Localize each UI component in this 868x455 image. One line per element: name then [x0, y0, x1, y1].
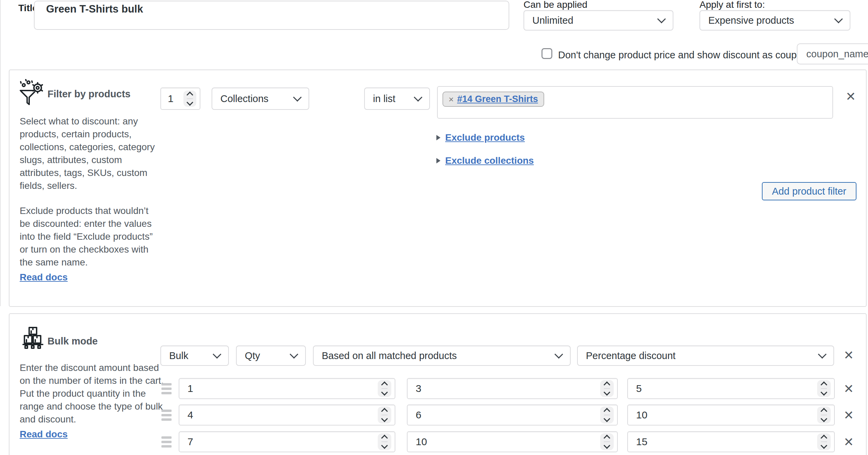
stepper-down-icon	[604, 389, 610, 396]
number-stepper[interactable]	[600, 433, 614, 450]
range-to-value: 10	[416, 436, 600, 448]
filter-section-heading: Filter by products	[47, 88, 131, 100]
apply-at-first-value: Expensive products	[708, 15, 835, 26]
filter-description-1: Select what to discount: any products, c…	[20, 115, 156, 192]
range-from-input[interactable]: 7	[179, 431, 395, 452]
filter-qty-input[interactable]: 1	[160, 87, 200, 110]
bulk-mode-panel: Bulk mode Enter the discount amount base…	[9, 313, 867, 455]
range-discount-value: 15	[636, 436, 817, 448]
stepper-down-icon	[604, 442, 610, 449]
coupon-name-value: coupon_name	[806, 48, 868, 60]
stepper-up-icon	[604, 435, 610, 441]
stepper-down-icon	[821, 442, 827, 449]
number-stepper[interactable]	[378, 380, 391, 397]
stepper-up-icon	[186, 92, 193, 98]
filter-type-value: Collections	[220, 93, 294, 104]
filter-section-description: Select what to discount: any products, c…	[20, 115, 156, 284]
bulk-section-description: Enter the discount amount based on the n…	[20, 361, 172, 441]
collection-chip[interactable]: × #14 Green T-Shirts	[442, 92, 544, 107]
stepper-down-icon	[381, 415, 388, 422]
range-to-input[interactable]: 10	[407, 431, 618, 452]
chevron-down-icon	[290, 350, 298, 358]
collapsed-triangle-icon	[436, 135, 440, 140]
coupon-checkbox[interactable]	[541, 48, 552, 59]
remove-range-row-button[interactable]: ✕	[844, 436, 854, 448]
filter-type-select[interactable]: Collections	[212, 87, 309, 110]
stepper-up-icon	[381, 381, 388, 388]
drag-handle-icon[interactable]	[161, 410, 172, 421]
stepper-down-icon	[604, 415, 610, 422]
stepper-down-icon	[821, 415, 827, 422]
range-discount-input[interactable]: 10	[627, 404, 835, 426]
coupon-name-input[interactable]: coupon_name	[797, 43, 868, 64]
range-to-value: 6	[416, 409, 600, 421]
stepper-down-icon	[381, 442, 388, 449]
bulk-measure-select[interactable]: Qty	[236, 345, 306, 366]
range-from-input[interactable]: 1	[179, 378, 395, 399]
filter-operator-select[interactable]: in list	[364, 87, 430, 110]
exclude-collections-link[interactable]: Exclude collections	[445, 155, 534, 166]
bulk-discount-type-select[interactable]: Percentage discount	[577, 345, 834, 366]
apply-at-first-select[interactable]: Expensive products	[699, 10, 850, 31]
chip-remove-icon[interactable]: ×	[449, 95, 454, 104]
chevron-down-icon	[818, 350, 826, 358]
bulk-mode-select[interactable]: Bulk	[160, 345, 229, 366]
chevron-down-icon	[414, 93, 422, 101]
number-stepper[interactable]	[817, 407, 831, 423]
chevron-down-icon	[293, 93, 301, 101]
range-discount-input[interactable]: 15	[627, 431, 835, 452]
number-stepper[interactable]	[378, 433, 391, 450]
bulk-measure-value: Qty	[245, 350, 291, 361]
remove-range-row-button[interactable]: ✕	[844, 383, 854, 395]
chevron-down-icon	[554, 350, 563, 358]
remove-bulk-button[interactable]: ✕	[844, 349, 854, 361]
filter-operator-value: in list	[373, 93, 415, 104]
remove-filter-button[interactable]: ✕	[846, 91, 856, 103]
range-discount-value: 10	[636, 409, 817, 421]
coupon-checkbox-label: Don't change product price and show disc…	[558, 50, 808, 61]
filter-funnel-icon	[19, 79, 45, 106]
bulk-based-on-select[interactable]: Based on all matched products	[313, 345, 571, 366]
discount-rule-editor: Title Green T-Shirts bulk Can be applied…	[0, 0, 868, 455]
bulk-read-docs-link[interactable]: Read docs	[20, 429, 68, 439]
title-input-value: Green T-Shirts bulk	[46, 3, 143, 15]
bulk-discount-type-value: Percentage discount	[586, 350, 819, 361]
bulk-section-heading: Bulk mode	[47, 336, 98, 347]
filter-qty-value: 1	[168, 93, 183, 104]
range-discount-input[interactable]: 5	[627, 378, 835, 399]
stepper-up-icon	[381, 408, 388, 415]
filter-read-docs-link[interactable]: Read docs	[20, 272, 68, 282]
exclude-collections-row: Exclude collections	[436, 155, 534, 166]
add-product-filter-button[interactable]: Add product filter	[762, 182, 856, 200]
collection-search-box[interactable]: × #14 Green T-Shirts	[437, 86, 833, 119]
number-stepper[interactable]	[817, 433, 831, 450]
title-input[interactable]: Green T-Shirts bulk	[34, 1, 509, 30]
stepper-down-icon	[821, 389, 827, 396]
can-be-applied-select[interactable]: Unlimited	[524, 10, 673, 31]
chevron-down-icon	[657, 15, 666, 23]
bulk-boxes-icon	[22, 326, 44, 349]
collapsed-triangle-icon	[436, 158, 440, 163]
qty-stepper[interactable]	[183, 91, 196, 107]
stepper-up-icon	[821, 408, 827, 415]
chevron-down-icon	[213, 350, 221, 358]
number-stepper[interactable]	[817, 380, 831, 397]
range-from-value: 7	[188, 436, 378, 448]
collection-chip-link[interactable]: #14 Green T-Shirts	[457, 94, 538, 104]
bulk-mode-value: Bulk	[169, 350, 214, 361]
range-to-input[interactable]: 6	[407, 404, 618, 426]
number-stepper[interactable]	[600, 380, 614, 397]
remove-range-row-button[interactable]: ✕	[844, 409, 854, 421]
drag-handle-icon[interactable]	[161, 383, 172, 394]
chevron-down-icon	[834, 15, 843, 23]
number-stepper[interactable]	[600, 407, 614, 423]
range-to-input[interactable]: 3	[407, 378, 618, 399]
range-from-input[interactable]: 4	[179, 404, 395, 426]
exclude-products-row: Exclude products	[436, 132, 525, 143]
drag-handle-icon[interactable]	[161, 436, 172, 448]
stepper-up-icon	[821, 381, 827, 388]
bulk-based-on-value: Based on all matched products	[322, 350, 556, 361]
stepper-up-icon	[821, 435, 827, 441]
exclude-products-link[interactable]: Exclude products	[445, 132, 525, 143]
number-stepper[interactable]	[378, 407, 391, 423]
